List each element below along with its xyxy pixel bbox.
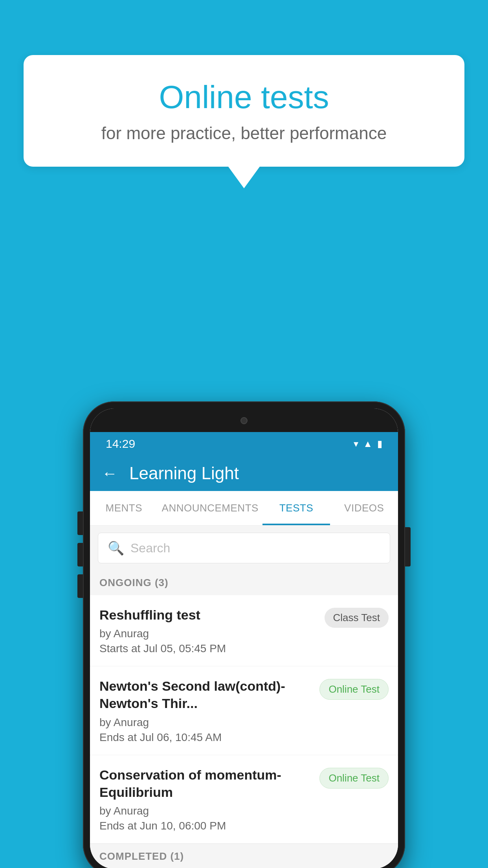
test-name-newton: Newton's Second law(contd)-Newton's Thir… bbox=[99, 677, 312, 712]
app-header: ← Learning Light bbox=[90, 456, 398, 491]
phone-screen: 14:29 ▾ ▲ ▮ ← Learning Light MENTS ANNOU… bbox=[90, 408, 398, 868]
search-placeholder: Search bbox=[130, 541, 170, 555]
speech-bubble-subtitle: for more practice, better performance bbox=[55, 123, 433, 143]
phone-wrapper: 14:29 ▾ ▲ ▮ ← Learning Light MENTS ANNOU… bbox=[83, 401, 405, 868]
tabs-container: MENTS ANNOUNCEMENTS TESTS VIDEOS bbox=[90, 491, 398, 526]
test-info-reshuffling: Reshuffling test by Anurag Starts at Jul… bbox=[99, 606, 317, 655]
test-info-newton: Newton's Second law(contd)-Newton's Thir… bbox=[99, 677, 312, 743]
completed-section-header: COMPLETED (1) bbox=[90, 844, 398, 868]
completed-label: COMPLETED (1) bbox=[99, 850, 184, 862]
test-name-reshuffling: Reshuffling test bbox=[99, 606, 317, 623]
test-name-conservation: Conservation of momentum-Equilibrium bbox=[99, 766, 312, 801]
notch-cutout bbox=[209, 412, 279, 429]
test-author-reshuffling: by Anurag bbox=[99, 627, 317, 640]
search-icon: 🔍 bbox=[108, 540, 124, 556]
badge-class-test: Class Test bbox=[325, 608, 389, 628]
wifi-icon: ▾ bbox=[354, 438, 358, 449]
badge-online-conservation: Online Test bbox=[319, 768, 389, 789]
search-input-wrapper[interactable]: 🔍 Search bbox=[98, 533, 390, 563]
test-list: Reshuffling test by Anurag Starts at Jul… bbox=[90, 595, 398, 844]
status-time: 14:29 bbox=[106, 437, 135, 451]
search-container: 🔍 Search bbox=[90, 526, 398, 570]
tab-ments[interactable]: MENTS bbox=[90, 491, 158, 525]
camera-dot bbox=[240, 417, 248, 424]
speech-bubble-title: Online tests bbox=[55, 79, 433, 116]
ongoing-section-header: ONGOING (3) bbox=[90, 570, 398, 595]
phone-notch bbox=[90, 408, 398, 432]
status-icons: ▾ ▲ ▮ bbox=[354, 438, 382, 449]
speech-bubble: Online tests for more practice, better p… bbox=[24, 55, 464, 167]
tab-tests[interactable]: TESTS bbox=[262, 491, 330, 525]
tab-videos[interactable]: VIDEOS bbox=[330, 491, 398, 525]
badge-online-newton: Online Test bbox=[319, 679, 389, 700]
app-title: Learning Light bbox=[129, 463, 239, 483]
phone-outer: 14:29 ▾ ▲ ▮ ← Learning Light MENTS ANNOU… bbox=[83, 401, 405, 868]
test-item-reshuffling[interactable]: Reshuffling test by Anurag Starts at Jul… bbox=[90, 595, 398, 666]
back-button[interactable]: ← bbox=[102, 465, 117, 482]
status-bar: 14:29 ▾ ▲ ▮ bbox=[90, 432, 398, 456]
speech-bubble-arrow bbox=[228, 167, 260, 188]
tab-announcements[interactable]: ANNOUNCEMENTS bbox=[158, 491, 262, 525]
ongoing-label: ONGOING (3) bbox=[99, 577, 169, 588]
signal-icon: ▲ bbox=[363, 438, 372, 449]
test-item-conservation[interactable]: Conservation of momentum-Equilibrium by … bbox=[90, 755, 398, 844]
test-item-newton[interactable]: Newton's Second law(contd)-Newton's Thir… bbox=[90, 666, 398, 755]
test-author-conservation: by Anurag bbox=[99, 805, 312, 817]
test-time-conservation: Ends at Jun 10, 06:00 PM bbox=[99, 820, 312, 832]
test-time-newton: Ends at Jul 06, 10:45 AM bbox=[99, 731, 312, 744]
test-info-conservation: Conservation of momentum-Equilibrium by … bbox=[99, 766, 312, 832]
battery-icon: ▮ bbox=[377, 438, 382, 449]
test-time-reshuffling: Starts at Jul 05, 05:45 PM bbox=[99, 642, 317, 655]
test-author-newton: by Anurag bbox=[99, 716, 312, 729]
speech-bubble-container: Online tests for more practice, better p… bbox=[24, 55, 464, 188]
